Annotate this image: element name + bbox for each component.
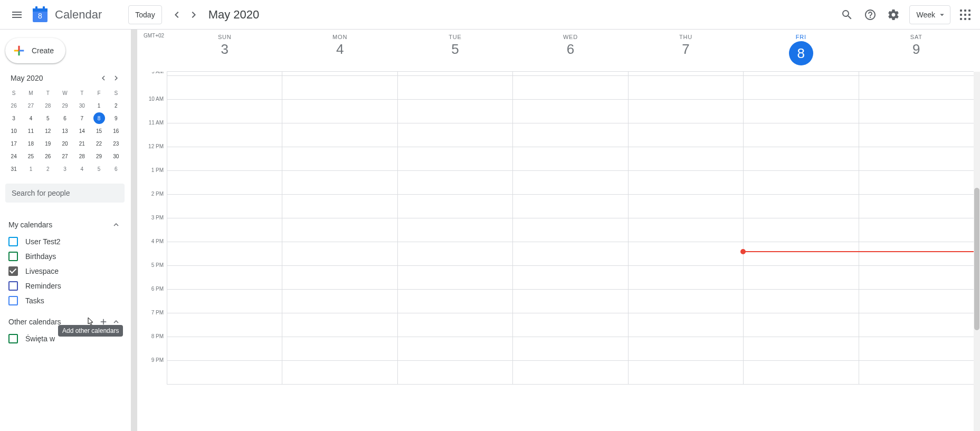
- current-range-label: May 2020: [208, 8, 260, 22]
- day-column[interactable]: [859, 72, 974, 385]
- my-calendars-title: My calendars: [8, 221, 110, 229]
- calendar-checkbox[interactable]: [8, 296, 18, 305]
- day-of-week-label: WED: [513, 34, 627, 40]
- calendar-checkbox[interactable]: [8, 266, 18, 276]
- mini-day[interactable]: 5: [90, 162, 107, 175]
- calendar-checkbox[interactable]: [8, 252, 18, 261]
- calendar-checkbox[interactable]: [8, 334, 18, 343]
- mini-day[interactable]: 14: [73, 124, 90, 137]
- day-header[interactable]: MON4: [282, 30, 397, 71]
- mini-day[interactable]: 19: [40, 137, 56, 150]
- prev-period-button[interactable]: [168, 6, 185, 23]
- mini-day[interactable]: 17: [5, 137, 22, 150]
- google-apps-button[interactable]: [955, 4, 976, 25]
- today-button[interactable]: Today: [128, 5, 161, 24]
- calendar-item[interactable]: Livespace: [5, 264, 125, 279]
- day-header[interactable]: SAT9: [859, 30, 974, 71]
- right-scrollbar[interactable]: [974, 72, 980, 431]
- settings-button[interactable]: [883, 4, 904, 25]
- mini-calendar[interactable]: SMTWTFS 26272829301234567891011121314151…: [5, 87, 125, 175]
- chevron-right-icon: [111, 73, 121, 83]
- mini-day[interactable]: 27: [22, 99, 39, 112]
- calendar-item[interactable]: Birthdays: [5, 249, 125, 264]
- mini-day[interactable]: 21: [73, 137, 90, 150]
- time-grid-scroll[interactable]: 9 AM10 AM11 AM12 PM1 PM2 PM3 PM4 PM5 PM6…: [137, 72, 974, 431]
- calendar-checkbox[interactable]: [8, 281, 18, 291]
- day-header[interactable]: TUE5: [397, 30, 512, 71]
- mini-day[interactable]: 31: [5, 162, 22, 175]
- mini-day[interactable]: 16: [108, 124, 125, 137]
- mini-day[interactable]: 13: [56, 124, 73, 137]
- mini-day[interactable]: 26: [40, 150, 56, 162]
- hour-label: 4 PM: [151, 238, 164, 244]
- day-column[interactable]: [282, 72, 397, 385]
- chevron-up-icon: [110, 218, 122, 231]
- mini-day[interactable]: 3: [5, 112, 22, 124]
- left-scrollbar[interactable]: [131, 30, 137, 431]
- mini-next-month[interactable]: [110, 72, 122, 84]
- mini-day[interactable]: 29: [90, 150, 107, 162]
- mini-prev-month[interactable]: [97, 72, 110, 84]
- create-button[interactable]: Create: [5, 38, 65, 63]
- mini-day[interactable]: 2: [40, 162, 56, 175]
- calendar-item[interactable]: User Test2: [5, 234, 125, 249]
- mini-day[interactable]: 22: [90, 137, 107, 150]
- mini-day[interactable]: 11: [22, 124, 39, 137]
- mini-day[interactable]: 1: [90, 99, 107, 112]
- mini-calendar-header: May 2020: [5, 72, 125, 87]
- mini-day[interactable]: 24: [5, 150, 22, 162]
- mini-day[interactable]: 1: [22, 162, 39, 175]
- mini-day[interactable]: 20: [56, 137, 73, 150]
- day-column[interactable]: [512, 72, 627, 385]
- mini-day[interactable]: 8: [90, 112, 107, 124]
- mini-day[interactable]: 6: [108, 162, 125, 175]
- mini-day[interactable]: 26: [5, 99, 22, 112]
- chevron-left-icon: [99, 73, 108, 83]
- mini-day[interactable]: 29: [56, 99, 73, 112]
- search-people-input[interactable]: [5, 184, 125, 203]
- day-of-week-label: FRI: [744, 34, 858, 40]
- search-button[interactable]: [836, 4, 858, 25]
- mini-day[interactable]: 7: [73, 112, 90, 124]
- hour-label: 10 AM: [149, 96, 164, 102]
- day-header[interactable]: SUN3: [167, 30, 282, 71]
- mini-day[interactable]: 12: [40, 124, 56, 137]
- mini-day[interactable]: 10: [5, 124, 22, 137]
- day-column[interactable]: [167, 72, 282, 385]
- mini-day[interactable]: 18: [22, 137, 39, 150]
- view-switcher[interactable]: Week: [909, 5, 950, 24]
- mini-day[interactable]: 4: [73, 162, 90, 175]
- calendar-item[interactable]: Tasks: [5, 293, 125, 308]
- mini-day[interactable]: 30: [73, 99, 90, 112]
- mini-day[interactable]: 15: [90, 124, 107, 137]
- next-period-button[interactable]: [185, 6, 202, 23]
- my-calendars-toggle[interactable]: My calendars: [5, 215, 125, 234]
- mini-day[interactable]: 5: [40, 112, 56, 124]
- app-logo[interactable]: 8 Calendar: [30, 4, 102, 25]
- mini-day[interactable]: 6: [56, 112, 73, 124]
- support-button[interactable]: [860, 4, 881, 25]
- calendar-item[interactable]: Reminders: [5, 279, 125, 293]
- day-of-month-label: 3: [167, 41, 282, 58]
- calendar-label: User Test2: [25, 237, 61, 246]
- mini-day[interactable]: 28: [40, 99, 56, 112]
- mini-day[interactable]: 9: [108, 112, 125, 124]
- days-grid[interactable]: [167, 72, 974, 385]
- mini-day[interactable]: 30: [108, 150, 125, 162]
- day-column[interactable]: [743, 72, 858, 385]
- mini-day[interactable]: 23: [108, 137, 125, 150]
- mini-day[interactable]: 3: [56, 162, 73, 175]
- day-header[interactable]: FRI8: [743, 30, 858, 71]
- mini-dow: T: [73, 87, 90, 99]
- day-column[interactable]: [628, 72, 743, 385]
- mini-day[interactable]: 28: [73, 150, 90, 162]
- day-header[interactable]: THU7: [628, 30, 743, 71]
- mini-day[interactable]: 4: [22, 112, 39, 124]
- mini-day[interactable]: 2: [108, 99, 125, 112]
- day-column[interactable]: [397, 72, 512, 385]
- calendar-checkbox[interactable]: [8, 237, 18, 246]
- mini-day[interactable]: 27: [56, 150, 73, 162]
- mini-day[interactable]: 25: [22, 150, 39, 162]
- main-menu-button[interactable]: [4, 2, 30, 27]
- day-header[interactable]: WED6: [512, 30, 627, 71]
